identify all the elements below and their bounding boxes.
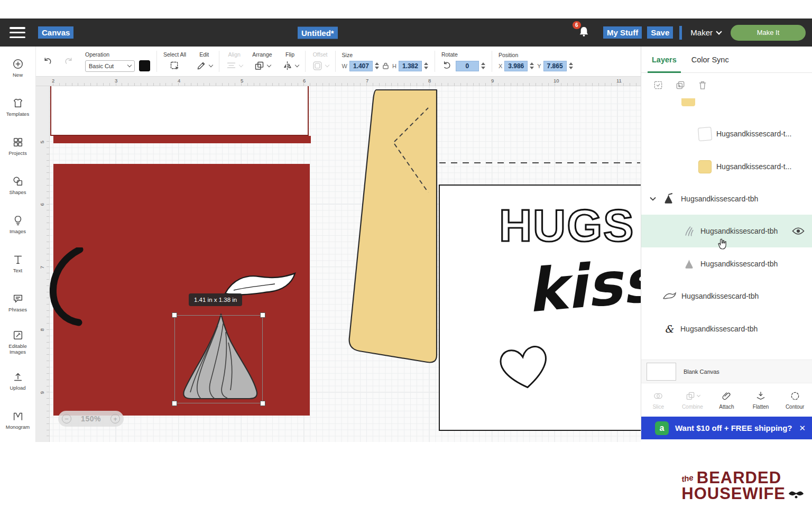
- tab-layers[interactable]: Layers: [652, 47, 677, 72]
- rotate-value[interactable]: 0: [456, 61, 479, 71]
- sidebar-item-monogram[interactable]: Monogram: [0, 401, 35, 440]
- vertical-ruler: 5 6 7 8 9: [36, 86, 50, 442]
- chevron-down-icon: [267, 63, 271, 67]
- zoom-out-button[interactable]: −: [62, 414, 71, 423]
- sidebar-item-label: Upload: [10, 385, 25, 391]
- offset-control: Offset: [307, 51, 334, 71]
- redo-icon[interactable]: [63, 56, 74, 67]
- undo-icon[interactable]: [42, 56, 53, 67]
- stepper-arrows[interactable]: [530, 62, 534, 69]
- combine-button: Combine: [676, 383, 710, 417]
- stepper-arrows[interactable]: [424, 62, 428, 69]
- notifications-bell-icon[interactable]: 6: [578, 26, 589, 39]
- edit-control[interactable]: Edit: [191, 51, 217, 71]
- text-layer-icon: &: [662, 323, 676, 335]
- zoom-in-button[interactable]: +: [110, 414, 120, 423]
- position-y-stepper[interactable]: Y 7.865: [537, 61, 573, 71]
- h-axis-label: H: [392, 63, 396, 69]
- partial-layer-swatch[interactable]: [681, 98, 695, 106]
- flatten-button[interactable]: Flatten: [744, 383, 778, 417]
- sidebar-item-templates[interactable]: Templates: [0, 88, 35, 127]
- sidebar-item-phrases[interactable]: Phrases: [0, 283, 35, 322]
- width-value[interactable]: 1.407: [349, 61, 373, 71]
- white-card-shape[interactable]: [50, 86, 309, 136]
- canvas-area[interactable]: 2 3 4 5 6 7 8 9 10 11 5 6 7 8 9: [36, 77, 641, 442]
- sidebar-item-images[interactable]: Images: [0, 205, 35, 244]
- envelope-shape[interactable]: [344, 88, 440, 369]
- position-x-stepper[interactable]: X 3.986: [499, 61, 534, 71]
- rotate-stepper[interactable]: 0: [456, 61, 485, 71]
- edit-label: Edit: [199, 51, 209, 58]
- ruler-number: 6: [39, 200, 45, 209]
- ruler-number: 8: [428, 78, 431, 84]
- sidebar-item-new[interactable]: New: [0, 49, 35, 88]
- lock-icon[interactable]: [382, 62, 389, 70]
- tab-color-sync[interactable]: Color Sync: [691, 47, 729, 72]
- menu-icon[interactable]: [10, 27, 25, 38]
- visibility-eye-icon[interactable]: [792, 227, 805, 235]
- select-layers-icon[interactable]: [653, 80, 663, 90]
- promo-banner[interactable]: a Want $10 off + FREE shipping? ✕: [641, 417, 812, 439]
- operation-select[interactable]: Basic Cut: [85, 60, 135, 72]
- delete-icon[interactable]: [697, 80, 708, 90]
- resize-handle-bottom-right[interactable]: [260, 401, 265, 406]
- position-x-value[interactable]: 3.986: [504, 61, 528, 71]
- layer-row[interactable]: & Hugsandkissescard-tbh: [641, 312, 812, 345]
- combine-icon: [685, 391, 696, 401]
- sidebar-item-editable-images[interactable]: Editable Images: [0, 322, 35, 362]
- select-all-control[interactable]: Select All: [159, 51, 191, 71]
- sidebar-item-upload[interactable]: Upload: [0, 362, 35, 401]
- blank-canvas-label: Blank Canvas: [684, 368, 719, 375]
- chevron-down-icon[interactable]: [650, 197, 656, 201]
- ruler-number: 10: [553, 78, 559, 84]
- blank-canvas-row[interactable]: Blank Canvas: [641, 360, 812, 383]
- sidebar-item-projects[interactable]: Projects: [0, 127, 35, 166]
- save-button[interactable]: Save: [647, 26, 673, 39]
- layer-row[interactable]: Hugsandkissescard-tbh: [641, 280, 812, 312]
- height-stepper[interactable]: H 1.382: [392, 61, 428, 71]
- stepper-arrows[interactable]: [481, 62, 485, 69]
- script-letter-shape[interactable]: [50, 247, 85, 327]
- resize-handle-bottom-left[interactable]: [172, 401, 177, 406]
- canvas-grid[interactable]: HUGS kisses 1.41 in x 1.38 in: [50, 86, 641, 442]
- hugs-outline-text[interactable]: HUGS: [499, 199, 634, 252]
- sidebar-item-shapes[interactable]: Shapes: [0, 166, 35, 205]
- make-it-button[interactable]: Make It: [731, 25, 806, 41]
- select-all-label: Select All: [163, 51, 186, 58]
- attach-button[interactable]: Attach: [709, 383, 744, 417]
- arrange-label: Arrange: [252, 51, 272, 58]
- duplicate-icon[interactable]: [675, 80, 686, 90]
- sidebar-item-text[interactable]: Text: [0, 244, 35, 283]
- header-right-cluster: 6 My Stuff Save Maker Make It: [578, 19, 812, 47]
- kisses-script-text[interactable]: kisses: [524, 239, 641, 325]
- ruler-number: 11: [616, 78, 622, 84]
- stepper-arrows[interactable]: [375, 62, 379, 69]
- swirl-layer-icon: [682, 225, 696, 238]
- heart-outline-shape[interactable]: [492, 339, 556, 396]
- layer-row[interactable]: Hugsandkissescard-t...: [641, 150, 812, 183]
- selection-bounding-box[interactable]: [174, 315, 263, 403]
- project-title[interactable]: Untitled*: [298, 26, 338, 39]
- height-value[interactable]: 1.382: [399, 61, 422, 71]
- arrange-icon: [254, 60, 265, 71]
- canvas-label[interactable]: Canvas: [38, 26, 73, 39]
- color-swatch[interactable]: [139, 60, 150, 71]
- layer-name: Hugsandkissescard-t...: [716, 130, 791, 138]
- contour-button[interactable]: Contour: [778, 383, 812, 417]
- arrange-control[interactable]: Arrange: [247, 51, 276, 71]
- my-stuff-link[interactable]: My Stuff: [603, 26, 642, 39]
- width-stepper[interactable]: W 1.407: [342, 61, 379, 71]
- position-y-value[interactable]: 7.865: [543, 61, 567, 71]
- layer-group-row[interactable]: Hugsandkissescard-tbh: [641, 182, 812, 215]
- close-icon[interactable]: ✕: [799, 423, 806, 433]
- machine-select[interactable]: Maker: [690, 28, 721, 37]
- layer-row[interactable]: Hugsandkissescard-tbh: [641, 247, 812, 280]
- stepper-arrows[interactable]: [569, 62, 573, 69]
- flip-control[interactable]: Flip: [277, 51, 303, 71]
- resize-handle-top-right[interactable]: [260, 312, 265, 318]
- rotate-icon[interactable]: [441, 60, 453, 71]
- flatten-icon: [755, 391, 766, 401]
- resize-handle-top-left[interactable]: [172, 312, 177, 318]
- hugs-card-shape[interactable]: HUGS kisses: [439, 185, 641, 431]
- layer-row[interactable]: Hugsandkissescard-t...: [641, 117, 812, 150]
